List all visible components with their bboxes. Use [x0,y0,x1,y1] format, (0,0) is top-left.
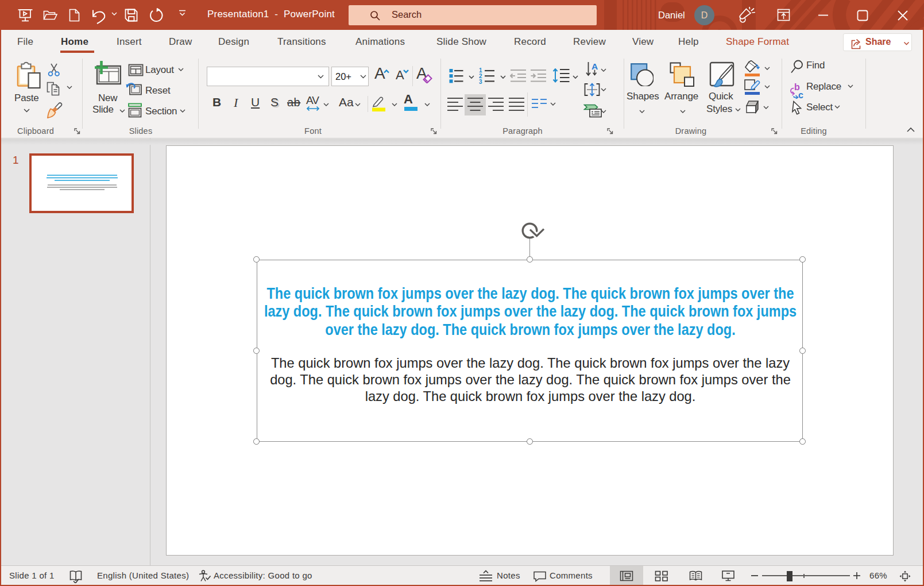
svg-text:A: A [591,61,598,71]
svg-text:3: 3 [479,79,482,84]
svg-text:c: c [798,90,803,99]
